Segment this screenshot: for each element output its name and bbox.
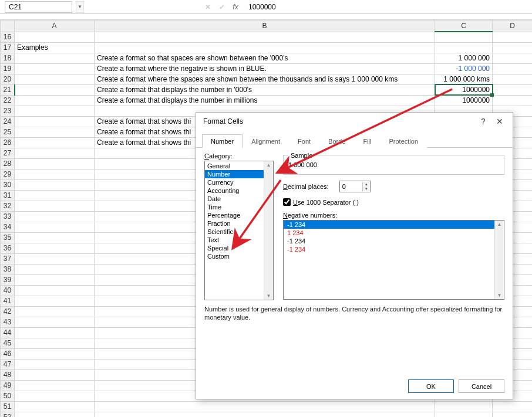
scroll-up-icon[interactable]: ▲: [267, 162, 271, 168]
decimal-places-input[interactable]: [340, 182, 362, 191]
category-item[interactable]: Scientific: [205, 228, 273, 236]
cell[interactable]: [15, 264, 95, 274]
row-header[interactable]: 39: [1, 274, 15, 285]
cell[interactable]: Create a format where the negative is sh…: [95, 63, 435, 74]
cell[interactable]: [15, 137, 95, 148]
row-header[interactable]: 46: [1, 348, 15, 359]
row-header[interactable]: 48: [1, 369, 15, 380]
cell[interactable]: [493, 401, 533, 412]
cell[interactable]: [15, 243, 95, 253]
spin-down-icon[interactable]: ▼: [363, 187, 370, 191]
cell[interactable]: [15, 338, 95, 348]
cell[interactable]: [435, 412, 493, 417]
cell[interactable]: [95, 32, 435, 42]
cell[interactable]: [15, 253, 95, 264]
name-box-dropdown-icon[interactable]: ▼: [76, 1, 84, 13]
spin-up-icon[interactable]: ▲: [363, 182, 370, 187]
cell[interactable]: [493, 74, 533, 84]
row-header[interactable]: 52: [1, 412, 15, 417]
cell[interactable]: [15, 116, 95, 127]
cell[interactable]: 1000000: [435, 84, 493, 95]
cell[interactable]: [15, 169, 95, 179]
cell[interactable]: [15, 63, 95, 74]
cell[interactable]: [15, 412, 95, 417]
close-icon[interactable]: ✕: [491, 117, 508, 126]
cell[interactable]: [15, 327, 95, 338]
col-header-A[interactable]: A: [15, 21, 95, 32]
scrollbar[interactable]: ▲▼: [494, 221, 504, 299]
cell[interactable]: [15, 179, 95, 190]
negative-option[interactable]: -1 234: [284, 221, 504, 229]
row-header[interactable]: 20: [1, 74, 15, 84]
row-header[interactable]: 18: [1, 53, 15, 63]
cell[interactable]: [95, 401, 435, 412]
category-item[interactable]: Custom: [205, 252, 273, 260]
cell[interactable]: [493, 53, 533, 63]
category-item[interactable]: Text: [205, 236, 273, 244]
cell[interactable]: 1 000 000: [435, 53, 493, 63]
select-all-corner[interactable]: [1, 21, 15, 32]
cell[interactable]: [15, 74, 95, 84]
cancel-button[interactable]: Cancel: [459, 379, 504, 393]
cell[interactable]: [15, 285, 95, 296]
row-header[interactable]: 30: [1, 179, 15, 190]
cell[interactable]: [15, 232, 95, 243]
category-item[interactable]: Percentage: [205, 211, 273, 219]
row-header[interactable]: 25: [1, 127, 15, 137]
row-header[interactable]: 21: [1, 84, 15, 95]
cell[interactable]: [493, 84, 533, 95]
cell[interactable]: [493, 63, 533, 74]
negative-option[interactable]: 1 234: [284, 229, 504, 237]
formula-value[interactable]: 1000000: [244, 3, 276, 11]
row-header[interactable]: 34: [1, 222, 15, 232]
negative-numbers-list[interactable]: -1 2341 234-1 234-1 234 ▲▼: [283, 220, 504, 300]
category-item[interactable]: Time: [205, 203, 273, 211]
cell[interactable]: 1000000: [435, 95, 493, 106]
row-header[interactable]: 47: [1, 359, 15, 369]
row-header[interactable]: 17: [1, 42, 15, 53]
row-header[interactable]: 27: [1, 148, 15, 158]
category-item[interactable]: Special: [205, 244, 273, 252]
row-header[interactable]: 28: [1, 158, 15, 169]
cell[interactable]: 1 000 000 kms: [435, 74, 493, 84]
row-header[interactable]: 44: [1, 327, 15, 338]
row-header[interactable]: 35: [1, 232, 15, 243]
row-header[interactable]: 26: [1, 137, 15, 148]
row-header[interactable]: 16: [1, 32, 15, 42]
scroll-down-icon[interactable]: ▼: [267, 293, 271, 299]
row-header[interactable]: 40: [1, 285, 15, 296]
category-item[interactable]: General: [205, 162, 273, 170]
tab-protection[interactable]: Protection: [380, 134, 427, 148]
cell[interactable]: [15, 222, 95, 232]
row-header[interactable]: 29: [1, 169, 15, 179]
col-header-C[interactable]: C: [435, 21, 493, 32]
category-item[interactable]: Number: [205, 170, 273, 178]
tab-alignment[interactable]: Alignment: [243, 134, 289, 148]
cell[interactable]: [15, 391, 95, 401]
category-item[interactable]: Accounting: [205, 187, 273, 195]
scrollbar[interactable]: ▲▼: [264, 161, 273, 300]
fx-icon[interactable]: fx: [231, 3, 240, 11]
cell[interactable]: -1 000 000: [435, 63, 493, 74]
row-header[interactable]: 37: [1, 253, 15, 264]
cell[interactable]: [493, 412, 533, 417]
row-header[interactable]: 23: [1, 106, 15, 116]
cell[interactable]: Create a format that displays the number…: [95, 84, 435, 95]
cell[interactable]: [95, 42, 435, 53]
row-header[interactable]: 42: [1, 306, 15, 317]
scroll-up-icon[interactable]: ▲: [497, 222, 502, 227]
cell[interactable]: [15, 380, 95, 391]
cell[interactable]: [15, 296, 95, 306]
col-header-D[interactable]: D: [493, 21, 533, 32]
cell[interactable]: [493, 32, 533, 42]
tab-number[interactable]: Number: [202, 134, 243, 148]
cell[interactable]: [15, 359, 95, 369]
cell[interactable]: [435, 401, 493, 412]
tab-fill[interactable]: Fill: [354, 134, 380, 148]
row-header[interactable]: 32: [1, 201, 15, 211]
cell[interactable]: [15, 148, 95, 158]
negative-option[interactable]: -1 234: [284, 245, 504, 253]
row-header[interactable]: 22: [1, 95, 15, 106]
cell[interactable]: Create a format where the spaces are sho…: [95, 74, 435, 84]
category-item[interactable]: Fraction: [205, 219, 273, 228]
